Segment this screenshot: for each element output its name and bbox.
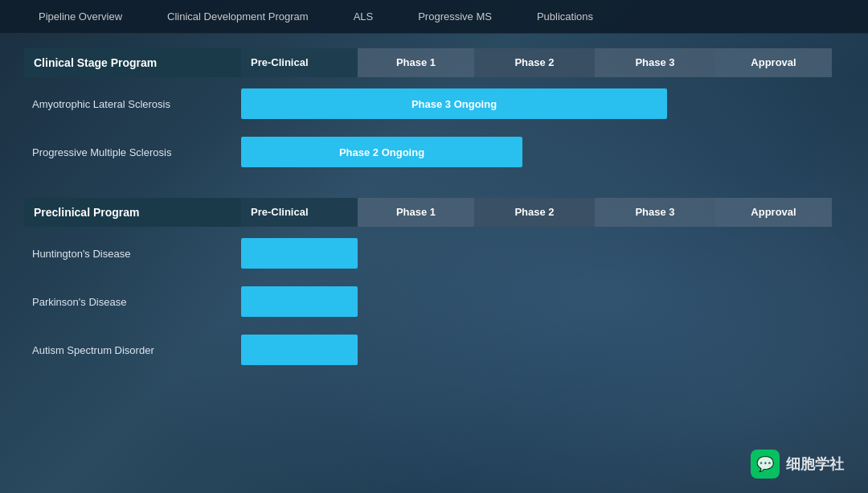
- huntingtons-label: Huntington's Disease: [24, 241, 241, 266]
- preclinical-preclinical-header: Pre-Clinical: [241, 198, 358, 227]
- als-label: Amyotrophic Lateral Sclerosis: [24, 92, 241, 117]
- nav-item-progressive-ms[interactable]: Progressive MS: [395, 0, 514, 33]
- preclinical-program-header: Preclinical Program: [24, 198, 241, 227]
- preclinical-phase3-header: Phase 3: [595, 198, 715, 227]
- table-row-huntingtons: Huntington's Disease: [24, 230, 844, 277]
- clinical-table-header: Clinical Stage Program Pre-Clinical Phas…: [24, 48, 844, 77]
- watermark-text: 细胞学社: [786, 454, 844, 474]
- clinical-stage-section: Clinical Stage Program Pre-Clinical Phas…: [24, 48, 844, 175]
- autism-progress-bar: [241, 335, 358, 365]
- clinical-phase1-header: Phase 1: [358, 48, 474, 77]
- parkinsons-label: Parkinson's Disease: [24, 290, 241, 314]
- page-content: Pipeline Overview Clinical Development P…: [0, 0, 868, 493]
- clinical-phase3-header: Phase 3: [595, 48, 715, 77]
- section-separator: [24, 188, 844, 198]
- watermark-icon: 💬: [751, 450, 780, 479]
- huntingtons-bar-container: [241, 232, 832, 275]
- pms-progress-bar: Phase 2 Ongoing: [241, 137, 522, 167]
- preclinical-approval-header: Approval: [715, 198, 832, 227]
- navigation: Pipeline Overview Clinical Development P…: [0, 0, 868, 34]
- autism-bar-container: [241, 328, 832, 372]
- clinical-preclinical-header: Pre-Clinical: [241, 48, 358, 77]
- watermark-wechat-icon: 💬: [756, 455, 774, 473]
- preclinical-phase1-header: Phase 1: [358, 198, 474, 227]
- main-content: Clinical Stage Program Pre-Clinical Phas…: [0, 34, 868, 493]
- nav-item-clinical-development[interactable]: Clinical Development Program: [145, 0, 331, 33]
- parkinsons-progress-bar: [241, 286, 358, 317]
- huntingtons-progress-bar: [241, 238, 358, 269]
- table-row-pms: Progressive Multiple Sclerosis Phase 2 O…: [24, 129, 844, 175]
- table-row-parkinsons: Parkinson's Disease: [24, 278, 844, 325]
- preclinical-table-header: Preclinical Program Pre-Clinical Phase 1…: [24, 198, 844, 227]
- preclinical-phase2-header: Phase 2: [474, 198, 595, 227]
- clinical-phase2-header: Phase 2: [474, 48, 595, 77]
- autism-label: Autism Spectrum Disorder: [24, 338, 241, 363]
- nav-item-publications[interactable]: Publications: [514, 0, 616, 33]
- clinical-program-header: Clinical Stage Program: [24, 48, 241, 77]
- preclinical-section: Preclinical Program Pre-Clinical Phase 1…: [24, 198, 844, 373]
- parkinsons-bar-container: [241, 280, 832, 323]
- nav-item-pipeline-overview[interactable]: Pipeline Overview: [16, 0, 145, 33]
- nav-item-als[interactable]: ALS: [331, 0, 396, 33]
- pms-bar-container: Phase 2 Ongoing: [241, 130, 832, 174]
- table-row-autism: Autism Spectrum Disorder: [24, 327, 844, 373]
- als-bar-container: Phase 3 Ongoing: [241, 82, 832, 125]
- table-row-als: Amyotrophic Lateral Sclerosis Phase 3 On…: [24, 80, 844, 127]
- clinical-approval-header: Approval: [715, 48, 832, 77]
- als-progress-bar: Phase 3 Ongoing: [241, 88, 667, 119]
- watermark: 💬 细胞学社: [751, 450, 844, 479]
- pms-label: Progressive Multiple Sclerosis: [24, 140, 241, 165]
